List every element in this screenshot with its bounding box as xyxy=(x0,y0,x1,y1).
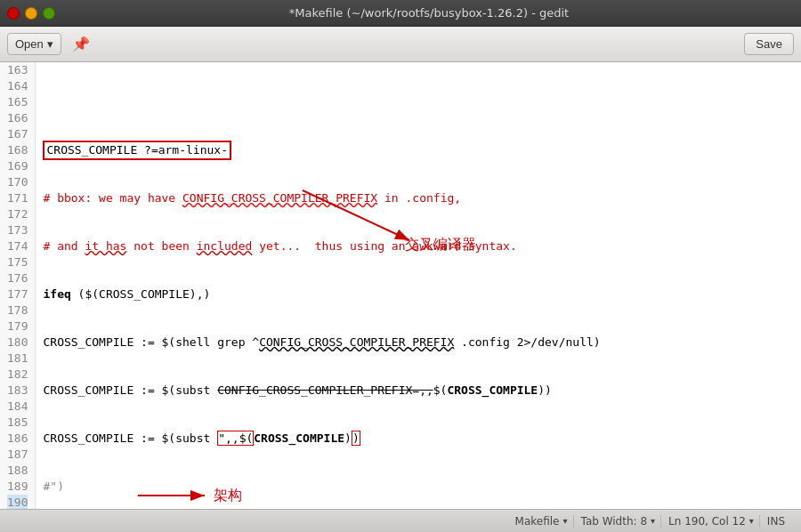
position-indicator: Ln 190, Col 12 ▾ xyxy=(663,515,760,528)
line-165: # bbox: we may have CONFIG_CROSS_COMPILE… xyxy=(43,190,794,206)
chevron-down-icon: ▾ xyxy=(47,37,53,51)
line-168: CROSS_COMPILE := $(shell grep ^CONFIG_CR… xyxy=(43,335,794,351)
line-170: CROSS_COMPILE := $(subst ",,$(CROSS_COMP… xyxy=(43,431,794,447)
save-button[interactable]: Save xyxy=(744,33,794,55)
open-button[interactable]: Open ▾ xyxy=(7,33,61,55)
position-chevron: ▾ xyxy=(749,516,754,526)
mode-indicator: INS xyxy=(762,515,790,528)
window-controls xyxy=(7,7,55,20)
position-label: Ln 190, Col 12 xyxy=(668,515,746,528)
tabwidth-label: Tab Width: 8 xyxy=(581,515,647,528)
window-title: *Makefile (~/work/rootfs/busybox-1.26.2)… xyxy=(64,6,794,20)
filetype-chevron: ▾ xyxy=(563,516,568,526)
line-169: CROSS_COMPILE := $(subst CONFIG_CROSS_CO… xyxy=(43,383,794,399)
filetype-indicator[interactable]: Makefile ▾ xyxy=(510,515,574,528)
tabwidth-indicator[interactable]: Tab Width: 8 ▾ xyxy=(576,515,662,528)
titlebar: *Makefile (~/work/rootfs/busybox-1.26.2)… xyxy=(0,0,801,27)
code-content[interactable]: CROSS_COMPILE ?=arm-linux- # bbox: we ma… xyxy=(36,62,801,509)
toolbar: Open ▾ 📌 Save xyxy=(0,27,801,62)
editor-area: 163 164 165 166 167 168 169 170 171 172 … xyxy=(0,62,801,509)
statusbar: Makefile ▾ Tab Width: 8 ▾ Ln 190, Col 12… xyxy=(0,509,801,532)
filetype-label: Makefile xyxy=(515,515,560,528)
maximize-button[interactable] xyxy=(43,7,55,20)
line-numbers: 163 164 165 166 167 168 169 170 171 172 … xyxy=(0,62,36,509)
line-167: ifeq ($(CROSS_COMPILE),) xyxy=(43,286,794,302)
line-171: #") xyxy=(43,479,794,495)
open-label: Open xyxy=(15,37,44,51)
line-163 xyxy=(43,94,794,110)
pin-button[interactable]: 📌 xyxy=(69,32,93,56)
close-button[interactable] xyxy=(7,7,20,20)
mode-label: INS xyxy=(767,515,785,528)
line-164: CROSS_COMPILE ?=arm-linux- xyxy=(43,142,794,158)
tabwidth-chevron: ▾ xyxy=(651,516,655,526)
line-166: # and it has not been included yet... th… xyxy=(43,238,794,254)
minimize-button[interactable] xyxy=(25,7,37,20)
